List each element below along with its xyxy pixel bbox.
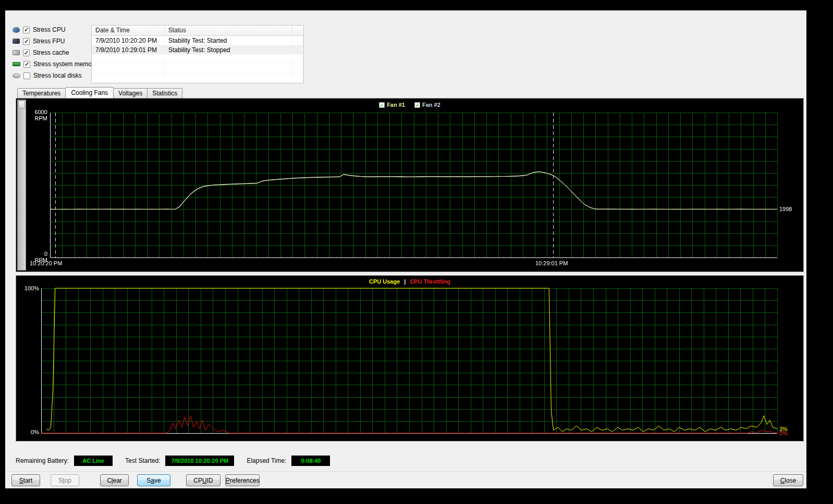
log-cell-status — [165, 55, 292, 64]
footer: StartStopClearSaveCPUIDPreferences Close — [5, 471, 806, 488]
log-cell-spacer — [292, 55, 303, 64]
stress-option-label: Stress cache — [33, 49, 69, 56]
log-row-empty[interactable] — [92, 55, 303, 64]
log-cell-spacer — [292, 45, 303, 55]
fan-legend: ✓Fan #1✓Fan #2 — [16, 102, 803, 108]
fan-y-max-unit: RPM — [24, 115, 47, 121]
log-cell-datetime — [92, 64, 165, 73]
fan-stop-time-label: 10:29:01 PM — [535, 260, 568, 266]
stress-option-stress-local-disks[interactable]: Stress local disks — [13, 70, 91, 81]
cpu-y-max-label: 100% — [17, 285, 39, 291]
log-cell-datetime — [92, 73, 165, 83]
log-cell-status: Stability Test: Started — [165, 36, 292, 45]
test-started-label: Test Started: — [125, 457, 160, 464]
test-started-value: 7/9/2010 10:20:20 PM — [165, 456, 234, 466]
preferences-button[interactable]: Preferences — [225, 474, 260, 486]
battery-value: AC Line — [74, 456, 113, 466]
stress-system-memory-checkbox[interactable]: ✓ — [23, 61, 30, 68]
footer-button-row: StartStopClearSaveCPUIDPreferences — [5, 474, 260, 486]
log-cell-status: Stability Test: Stopped — [165, 45, 292, 55]
stress-option-label: Stress system memory — [33, 60, 97, 68]
cpu-icon — [13, 27, 20, 33]
tab-cooling-fans[interactable]: Cooling Fans — [65, 87, 114, 98]
log-cell-status — [165, 64, 292, 73]
log-cell-spacer — [292, 64, 303, 73]
start-button[interactable]: Start — [11, 474, 40, 486]
stress-options: ✓Stress CPU✓Stress FPU✓Stress cache✓Stre… — [13, 24, 91, 81]
stability-test-window: ✓Stress CPU✓Stress FPU✓Stress cache✓Stre… — [5, 10, 806, 488]
cpu-chart-canvas — [16, 276, 803, 441]
fpu-icon — [13, 39, 20, 44]
legend-checkbox[interactable]: ✓ — [414, 102, 420, 108]
stress-option-stress-cpu[interactable]: ✓Stress CPU — [13, 24, 91, 35]
stress-option-label: Stress CPU — [33, 26, 66, 33]
series-current-value-label: 0% — [779, 430, 788, 436]
memory-icon — [13, 62, 20, 66]
log-row-0[interactable]: 7/9/2010 10:20:20 PMStability Test: Star… — [92, 36, 303, 45]
tab-strip: TemperaturesCooling FansVoltagesStatisti… — [17, 87, 182, 98]
fan-chart-canvas — [16, 99, 803, 272]
log-cell-datetime — [92, 55, 165, 64]
stress-option-stress-fpu[interactable]: ✓Stress FPU — [13, 35, 91, 47]
legend-item-cpu-throttling: CPU Throttling — [410, 278, 450, 285]
fan-chart-panel: ✓Fan #1✓Fan #2 6000 RPM 0 RPM 10:20:20 P… — [16, 98, 804, 272]
cache-icon — [13, 50, 20, 55]
tab-temperatures[interactable]: Temperatures — [17, 88, 66, 98]
legend-item-fan-2[interactable]: ✓Fan #2 — [414, 102, 440, 108]
save-button[interactable]: Save — [137, 474, 170, 486]
tab-voltages[interactable]: Voltages — [113, 88, 148, 98]
column-header-status[interactable]: Status — [165, 26, 292, 35]
column-header-spacer — [292, 26, 303, 35]
tab-statistics[interactable]: Statistics — [147, 88, 182, 98]
status-bar: Remaining Battery: AC Line Test Started:… — [16, 454, 342, 468]
legend-checkbox[interactable]: ✓ — [379, 102, 385, 108]
stress-option-label: Stress FPU — [33, 38, 65, 45]
legend-item-: | — [404, 278, 406, 285]
legend-item-cpu-usage: CPU Usage — [369, 278, 400, 285]
fan-y-max-value: 6000 — [24, 109, 47, 115]
stress-cpu-checkbox[interactable]: ✓ — [23, 27, 30, 33]
legend-label: Fan #1 — [387, 102, 405, 108]
legend-item-fan-1[interactable]: ✓Fan #1 — [379, 102, 405, 108]
cpu-y-min-label: 0% — [17, 429, 39, 435]
elapsed-time-value: 0:08:40 — [291, 456, 330, 466]
chart-vertical-scrollbar[interactable] — [17, 100, 26, 271]
elapsed-time-label: Elapsed Time: — [247, 457, 286, 464]
cpu-chart-panel: CPU Usage|CPU Throttling 100% 0% 3%0% — [16, 275, 804, 441]
fan-start-time-label: 10:20:20 PM — [30, 260, 62, 266]
log-table: Date & Time Status 7/9/2010 10:20:20 PMS… — [91, 25, 304, 83]
legend-label: CPU Usage — [369, 278, 400, 285]
stress-option-label: Stress local disks — [33, 72, 82, 79]
legend-label: CPU Throttling — [410, 278, 450, 285]
stress-option-stress-cache[interactable]: ✓Stress cache — [13, 47, 91, 58]
cpu-legend: CPU Usage|CPU Throttling — [16, 278, 803, 285]
stress-cache-checkbox[interactable]: ✓ — [23, 50, 30, 56]
legend-label: Fan #2 — [422, 102, 440, 108]
close-button-wrap: Close — [773, 474, 803, 486]
fan-y-min-value: 0 — [24, 251, 47, 257]
stop-button[interactable]: Stop — [51, 474, 79, 486]
stress-fpu-checkbox[interactable]: ✓ — [23, 38, 30, 45]
log-cell-status — [165, 73, 292, 83]
legend-label: | — [404, 278, 406, 285]
column-header-date-time[interactable]: Date & Time — [92, 26, 165, 35]
disk-icon — [13, 73, 20, 78]
log-cell-spacer — [292, 36, 303, 45]
close-button[interactable]: Close — [773, 474, 803, 486]
log-row-empty[interactable] — [92, 64, 303, 73]
log-row-empty[interactable] — [92, 73, 303, 83]
cpuid-button[interactable]: CPUID — [186, 474, 220, 486]
log-cell-datetime: 7/9/2010 10:20:20 PM — [92, 36, 165, 45]
clear-button[interactable]: Clear — [100, 474, 129, 486]
log-cell-spacer — [292, 73, 303, 83]
log-table-body: 7/9/2010 10:20:20 PMStability Test: Star… — [92, 36, 303, 83]
log-table-header: Date & Time Status — [92, 26, 303, 36]
stress-local-disks-checkbox[interactable] — [23, 72, 30, 79]
log-cell-datetime: 7/9/2010 10:29:01 PM — [92, 45, 165, 55]
log-row-1[interactable]: 7/9/2010 10:29:01 PMStability Test: Stop… — [92, 45, 303, 55]
stress-option-stress-system-memory[interactable]: ✓Stress system memory — [13, 58, 91, 70]
series-current-value-label: 1998 — [779, 206, 792, 212]
battery-label: Remaining Battery: — [16, 457, 69, 464]
